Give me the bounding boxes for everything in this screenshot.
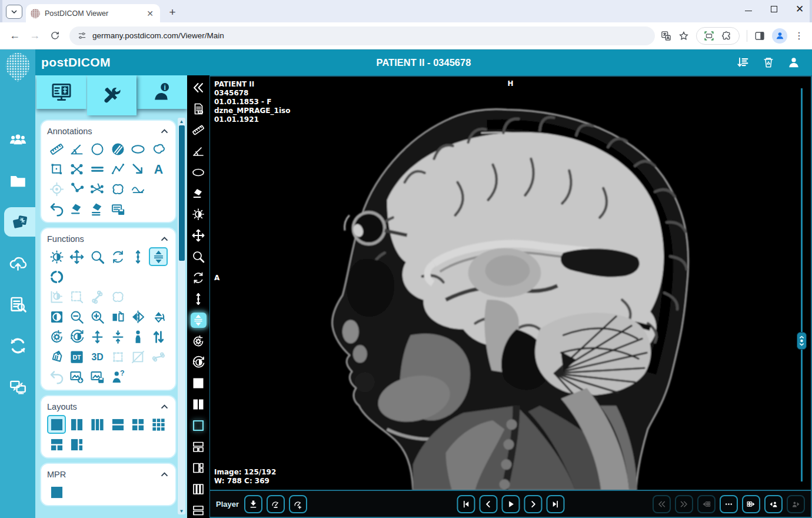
last-image-icon[interactable]: [546, 495, 564, 513]
dt-icon[interactable]: DT: [68, 347, 86, 366]
open-angle-icon[interactable]: [68, 180, 86, 198]
layout-rows-o-icon[interactable]: [191, 503, 207, 518]
new-tab-button[interactable]: +: [165, 4, 180, 19]
layouts-header[interactable]: Layouts: [47, 400, 169, 414]
threed-icon[interactable]: 3D: [88, 347, 107, 366]
shrink-vertical-icon[interactable]: [108, 327, 127, 346]
window-level-icon[interactable]: [191, 207, 207, 222]
layout-3x3-icon[interactable]: [149, 415, 168, 434]
rectangle-icon[interactable]: [47, 160, 66, 178]
shaded-ellipse-icon[interactable]: [108, 140, 127, 158]
side-panel-icon[interactable]: [754, 31, 765, 41]
remote-view-icon[interactable]: [0, 372, 35, 401]
ruler-icon[interactable]: [47, 140, 66, 158]
sort-images-icon[interactable]: [149, 327, 168, 346]
slider-thumb[interactable]: [797, 332, 807, 350]
collapse-chevron-icon[interactable]: [159, 127, 169, 137]
parallel-lines-icon[interactable]: [88, 160, 107, 178]
scrollbar-thumb[interactable]: [179, 125, 185, 261]
reset-icon[interactable]: [191, 334, 207, 349]
rotate-icon[interactable]: [108, 247, 127, 266]
layout-1x2-icon[interactable]: [68, 415, 86, 434]
closed-freehand-icon[interactable]: [108, 180, 127, 198]
window-level-icon[interactable]: [47, 247, 66, 266]
tools-tab-icon[interactable]: [87, 75, 137, 115]
window-close-icon[interactable]: ✕: [796, 5, 804, 13]
ruler-icon[interactable]: [191, 122, 207, 138]
order-search-icon[interactable]: [0, 290, 35, 319]
layout-1top-2bottom-o-icon[interactable]: [191, 439, 207, 454]
flip-vertical-icon[interactable]: [129, 307, 148, 326]
previous-image-icon[interactable]: [479, 495, 497, 513]
reset-icon[interactable]: [47, 327, 66, 346]
eraser-icon[interactable]: [191, 185, 207, 201]
folders-icon[interactable]: [0, 166, 35, 195]
next-series-icon[interactable]: [742, 495, 760, 513]
scroll-down-icon[interactable]: ▼: [178, 507, 185, 514]
bookmark-star-icon[interactable]: [678, 31, 689, 41]
tab-search-button[interactable]: [6, 5, 22, 19]
tab-close-icon[interactable]: ✕: [145, 8, 155, 19]
collapse-chevron-icon[interactable]: [159, 234, 169, 244]
ellipse-icon[interactable]: [129, 140, 148, 158]
minimize-icon[interactable]: [745, 6, 752, 11]
viewer-icon[interactable]: [4, 207, 35, 237]
layout-1x1-icon[interactable]: [47, 415, 66, 434]
reload-button[interactable]: [46, 27, 64, 45]
pan-icon[interactable]: [68, 247, 86, 266]
reset-window-level-icon[interactable]: [68, 327, 86, 346]
more-options-icon[interactable]: [720, 495, 738, 513]
scroll-icon[interactable]: [191, 291, 207, 307]
cloud-upload-icon[interactable]: [0, 248, 35, 278]
image-scroll-slider[interactable]: [801, 88, 803, 482]
pan-icon[interactable]: [191, 228, 207, 243]
save-annotations-icon[interactable]: [108, 200, 127, 218]
layout-1x3-icon[interactable]: [88, 415, 107, 434]
save-image-icon[interactable]: [88, 367, 107, 386]
report-icon[interactable]: [191, 101, 207, 117]
site-settings-icon[interactable]: [78, 31, 86, 40]
current-layout-icon[interactable]: [191, 418, 207, 433]
expand-vertical-icon[interactable]: [88, 327, 107, 346]
magnify-icon[interactable]: [88, 247, 107, 266]
next-image-icon[interactable]: [524, 495, 542, 513]
profile-avatar[interactable]: [772, 28, 787, 44]
stack-scroll-icon[interactable]: [149, 247, 168, 266]
invert-icon[interactable]: [47, 307, 66, 326]
unknown-patient-icon[interactable]: ?: [108, 367, 127, 386]
info-tab-icon[interactable]: i: [137, 75, 187, 109]
browser-tab[interactable]: PostDICOM Viewer ✕: [26, 4, 160, 22]
reset-window-level-icon[interactable]: [191, 354, 207, 370]
stack-scroll-icon[interactable]: [191, 313, 207, 328]
browser-menu-icon[interactable]: ⋮: [794, 30, 804, 41]
layout-1x3-o-icon[interactable]: [191, 482, 207, 497]
freehand-area-icon[interactable]: [149, 140, 168, 158]
annotations-header[interactable]: Annotations: [47, 124, 169, 138]
back-button[interactable]: ←: [6, 27, 24, 45]
layout-2x2-icon[interactable]: [129, 415, 148, 434]
localizer-icon[interactable]: [47, 267, 66, 286]
angle-icon[interactable]: [191, 144, 207, 159]
panel-scrollbar[interactable]: ▲ ▼: [178, 118, 185, 514]
previous-patient-icon[interactable]: [764, 495, 783, 513]
cross-lines-icon[interactable]: [68, 160, 86, 178]
eraser-all-icon[interactable]: [88, 200, 107, 218]
maximize-icon[interactable]: [771, 6, 777, 12]
cobb-angle-icon[interactable]: [88, 180, 107, 198]
layout-1left-2right-icon[interactable]: [68, 435, 86, 454]
layout-1x1-icon[interactable]: [191, 376, 207, 391]
ellipse-icon[interactable]: [191, 165, 207, 180]
layout-1top-2bottom-icon[interactable]: [47, 435, 66, 454]
undo-icon[interactable]: [47, 200, 66, 218]
play-icon[interactable]: [501, 495, 520, 513]
tag-icon[interactable]: [47, 347, 66, 366]
sort-series-icon[interactable]: [736, 55, 751, 70]
user-icon[interactable]: [786, 55, 801, 70]
layout-1x1-icon[interactable]: [47, 483, 66, 502]
forward-button[interactable]: →: [26, 27, 44, 45]
speed-down-icon[interactable]: [267, 495, 285, 513]
translate-icon[interactable]: [661, 31, 671, 41]
mpr-header[interactable]: MPR: [47, 467, 169, 482]
functions-header[interactable]: Functions: [47, 232, 169, 246]
layout-2rows-icon[interactable]: [108, 415, 127, 434]
